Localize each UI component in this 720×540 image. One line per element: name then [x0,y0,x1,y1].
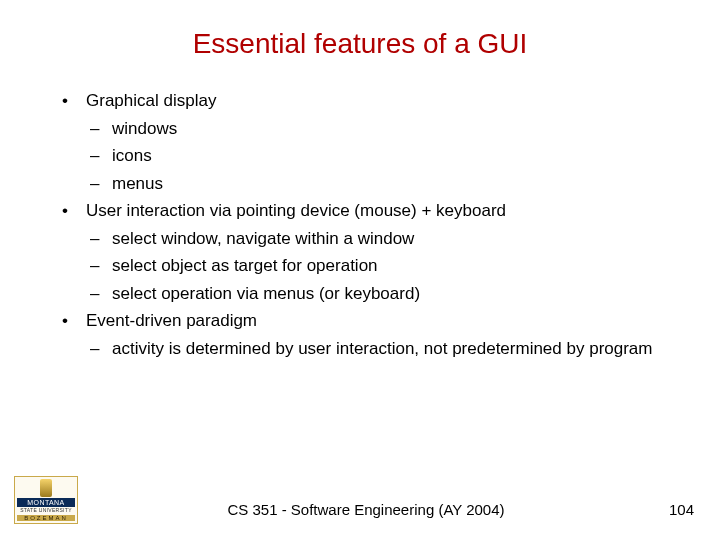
sub-bullet-text: select operation via menus (or keyboard) [112,284,420,303]
sub-bullet-text: icons [112,146,152,165]
logo-line3: BOZEMAN [17,515,75,521]
page-number: 104 [654,501,694,524]
bullet-text: Event-driven paradigm [86,311,257,330]
footer-center-text: CS 351 - Software Engineering (AY 2004) [78,501,654,524]
logo-line2: STATE UNIVERSITY [20,508,72,513]
sub-bullet-item: select window, navigate within a window [86,226,680,252]
bullet-text: User interaction via pointing device (mo… [86,201,506,220]
slide-content: Graphical display windows icons menus Us… [40,88,680,361]
bullet-item: User interaction via pointing device (mo… [62,198,680,306]
sub-bullet-item: select operation via menus (or keyboard) [86,281,680,307]
sub-bullet-item: windows [86,116,680,142]
sub-bullet-list: select window, navigate within a window … [86,226,680,307]
sub-bullet-list: activity is determined by user interacti… [86,336,680,362]
sub-bullet-text: activity is determined by user interacti… [112,339,652,358]
sub-bullet-text: windows [112,119,177,138]
slide-title: Essential features of a GUI [40,28,680,60]
sub-bullet-list: windows icons menus [86,116,680,197]
sub-bullet-text: select object as target for operation [112,256,378,275]
bullet-text: Graphical display [86,91,216,110]
sub-bullet-item: menus [86,171,680,197]
logo-line1: MONTANA [17,498,75,507]
bullet-item: Event-driven paradigm activity is determ… [62,308,680,361]
footer: MONTANA STATE UNIVERSITY BOZEMAN CS 351 … [0,476,720,524]
bullet-item: Graphical display windows icons menus [62,88,680,196]
logo-torch-icon [40,479,52,497]
sub-bullet-text: select window, navigate within a window [112,229,414,248]
sub-bullet-text: menus [112,174,163,193]
university-logo: MONTANA STATE UNIVERSITY BOZEMAN [14,476,78,524]
sub-bullet-item: activity is determined by user interacti… [86,336,680,362]
sub-bullet-item: icons [86,143,680,169]
slide: Essential features of a GUI Graphical di… [0,0,720,540]
sub-bullet-item: select object as target for operation [86,253,680,279]
bullet-list: Graphical display windows icons menus Us… [62,88,680,361]
